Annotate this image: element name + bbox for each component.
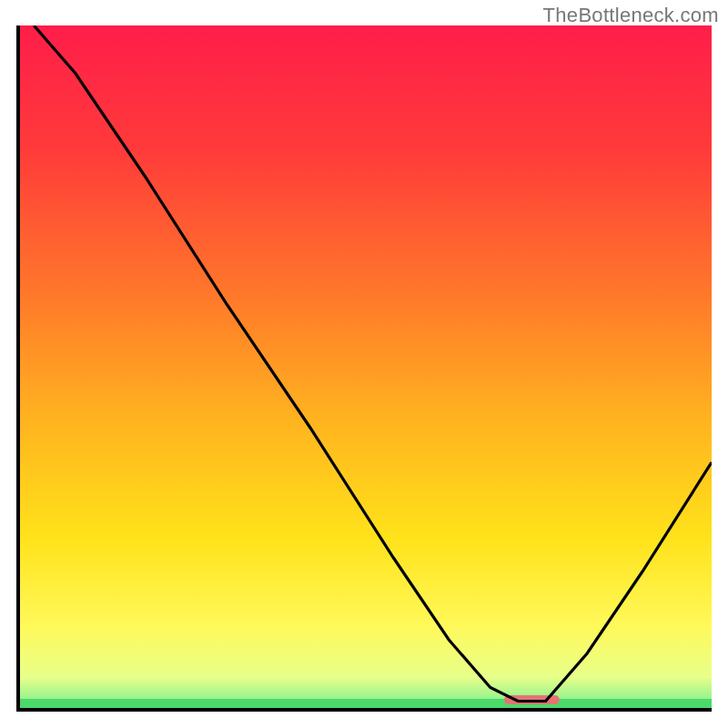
optimum-marker [504,695,560,704]
bottom-green-bar [20,699,712,708]
chart-stage: TheBottleneck.com [0,0,728,728]
svg-rect-0 [20,25,712,708]
watermark-text: TheBottleneck.com [543,4,719,27]
plot-background [20,25,712,708]
